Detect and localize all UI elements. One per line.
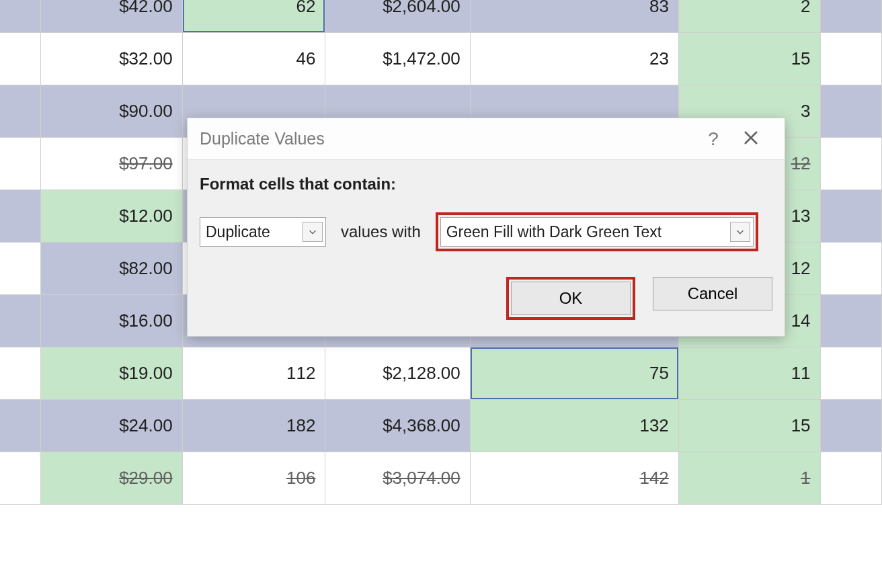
- cell-value: 142: [639, 468, 668, 488]
- cell[interactable]: [0, 85, 40, 138]
- cell[interactable]: [820, 85, 881, 138]
- cell[interactable]: [0, 347, 40, 400]
- cell[interactable]: [0, 400, 40, 452]
- cell[interactable]: $90.00: [40, 85, 182, 138]
- cell[interactable]: [820, 347, 881, 400]
- close-icon: [744, 128, 758, 149]
- cell[interactable]: $32.00: [40, 33, 182, 85]
- cell[interactable]: $4,368.00: [325, 400, 470, 452]
- dialog-titlebar: Duplicate Values ?: [188, 118, 785, 160]
- cell[interactable]: $42.00: [40, 0, 182, 33]
- ok-button[interactable]: OK: [511, 282, 631, 315]
- cell[interactable]: $97.00: [40, 138, 182, 190]
- dialog-title: Duplicate Values: [200, 129, 694, 149]
- cell-value: 2: [801, 0, 810, 16]
- cell[interactable]: [820, 295, 881, 347]
- cell[interactable]: 142: [470, 452, 678, 505]
- cell-value: 14: [791, 310, 811, 331]
- cell-value: 3: [801, 101, 810, 121]
- cell[interactable]: $82.00: [40, 243, 182, 295]
- cell-value: 15: [791, 48, 811, 69]
- cell[interactable]: [820, 0, 881, 33]
- cell-value: 106: [286, 468, 315, 488]
- cell[interactable]: 15: [678, 33, 820, 85]
- ok-button-highlight: OK: [506, 277, 635, 320]
- cell-value: $2,128.00: [383, 363, 460, 383]
- cell[interactable]: 23: [470, 33, 678, 85]
- cell[interactable]: $1,472.00: [325, 33, 470, 85]
- cell-value: 11: [791, 363, 811, 383]
- cell[interactable]: [820, 400, 881, 452]
- cell[interactable]: 106: [182, 452, 325, 505]
- cell-value: 1: [801, 468, 810, 488]
- cell-value: 112: [286, 363, 315, 383]
- cell-value: 83: [649, 0, 669, 16]
- cell[interactable]: $29.00: [40, 452, 182, 505]
- cell[interactable]: $16.00: [40, 295, 182, 347]
- cell[interactable]: $2,128.00: [325, 347, 470, 400]
- cell-value: 46: [296, 48, 316, 69]
- cell[interactable]: 182: [182, 400, 325, 452]
- cell[interactable]: $2,604.00: [325, 0, 470, 33]
- cell-value: $16.00: [119, 310, 173, 331]
- table-row: $42.0062$2,604.00832: [0, 0, 882, 33]
- cell-value: 75: [649, 363, 669, 383]
- cell[interactable]: 1: [678, 452, 820, 505]
- cell[interactable]: 83: [470, 0, 678, 33]
- dialog-button-row: OK Cancel: [188, 265, 785, 336]
- dialog-controls-row: Duplicate values with Green Fill with Da…: [200, 212, 772, 251]
- cell[interactable]: [820, 138, 881, 190]
- cell-value: $12.00: [119, 206, 173, 226]
- cell[interactable]: 11: [678, 347, 820, 400]
- cell[interactable]: 62: [182, 0, 325, 33]
- cell[interactable]: 75: [470, 347, 678, 400]
- cell-value: 182: [286, 415, 315, 435]
- format-dropdown-highlight: Green Fill with Dark Green Text: [436, 212, 758, 251]
- cell[interactable]: 112: [182, 347, 325, 400]
- table-row: $29.00106$3,074.001421: [0, 452, 882, 505]
- cell[interactable]: 15: [678, 400, 820, 452]
- close-button[interactable]: [732, 128, 770, 150]
- cell-value: $32.00: [119, 48, 173, 69]
- cell-value: 13: [791, 206, 811, 226]
- cell-value: $1,472.00: [383, 48, 460, 69]
- cell[interactable]: [0, 190, 40, 243]
- cell-value: $4,368.00: [383, 415, 460, 435]
- table-row: $32.0046$1,472.002315: [0, 33, 882, 85]
- cell[interactable]: 132: [470, 400, 678, 452]
- cell[interactable]: [0, 452, 40, 505]
- cancel-button[interactable]: Cancel: [653, 277, 772, 310]
- cell[interactable]: $19.00: [40, 347, 182, 400]
- cell[interactable]: 2: [678, 0, 820, 33]
- format-cells-label: Format cells that contain:: [200, 175, 772, 194]
- cell[interactable]: [820, 33, 881, 85]
- dialog-body: Format cells that contain: Duplicate val…: [188, 160, 785, 265]
- condition-dropdown-value: Duplicate: [206, 223, 303, 241]
- duplicate-values-dialog: Duplicate Values ? Format cells that con…: [187, 118, 785, 337]
- cell[interactable]: [0, 138, 40, 190]
- cell[interactable]: [820, 190, 881, 243]
- cell[interactable]: [0, 33, 40, 85]
- cell-value: $29.00: [119, 468, 173, 488]
- cell[interactable]: [820, 452, 881, 505]
- cell[interactable]: [0, 243, 40, 295]
- cell-value: 12: [791, 258, 811, 278]
- format-dropdown-value: Green Fill with Dark Green Text: [446, 223, 730, 241]
- cell-value: 132: [639, 415, 668, 435]
- cell[interactable]: [820, 243, 881, 295]
- help-button[interactable]: ?: [694, 128, 732, 150]
- condition-dropdown[interactable]: Duplicate: [200, 217, 326, 247]
- cell[interactable]: $3,074.00: [325, 452, 470, 505]
- cell-value: 12: [791, 153, 811, 173]
- table-row: $24.00182$4,368.0013215: [0, 400, 882, 452]
- cell[interactable]: 46: [182, 33, 325, 85]
- cell[interactable]: [0, 295, 40, 347]
- cell-value: $90.00: [119, 101, 173, 121]
- table-row: $19.00112$2,128.007511: [0, 347, 882, 400]
- cell-value: $19.00: [119, 363, 173, 383]
- cell[interactable]: $12.00: [40, 190, 182, 243]
- cell-value: $42.00: [119, 0, 173, 16]
- cell[interactable]: [0, 0, 40, 33]
- cell[interactable]: $24.00: [40, 400, 182, 452]
- format-dropdown[interactable]: Green Fill with Dark Green Text: [440, 217, 754, 247]
